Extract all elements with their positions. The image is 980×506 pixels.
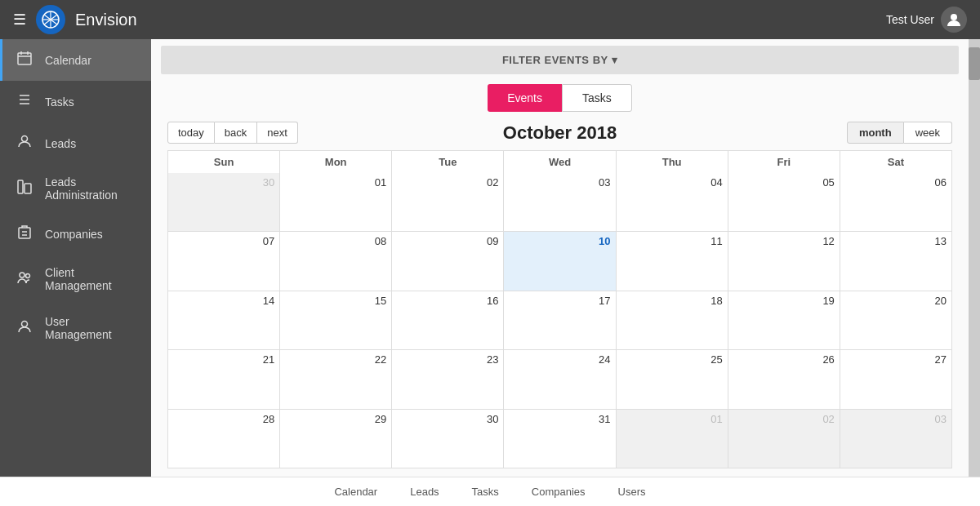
user-name: Test User bbox=[886, 13, 934, 26]
cal-day-number: 01 bbox=[285, 176, 386, 189]
footer-link-users[interactable]: Users bbox=[618, 486, 646, 498]
tasks-icon bbox=[16, 92, 33, 111]
cal-week: 07080910111213 bbox=[168, 232, 952, 291]
cal-day-number: 21 bbox=[173, 353, 274, 366]
cal-cell[interactable]: 31 bbox=[504, 410, 616, 468]
cal-cell[interactable]: 27 bbox=[840, 350, 952, 409]
cal-cell[interactable]: 29 bbox=[280, 410, 392, 468]
logo-icon bbox=[36, 5, 65, 34]
cal-cell[interactable]: 05 bbox=[728, 173, 840, 232]
cal-cell[interactable]: 10 bbox=[504, 232, 616, 291]
content-area: FILTER EVENTS BY ▾ Events Tasks today ba… bbox=[151, 39, 969, 477]
footer-link-calendar[interactable]: Calendar bbox=[334, 486, 377, 498]
cal-cell[interactable]: 13 bbox=[840, 232, 952, 291]
sidebar-item-calendar[interactable]: Calendar bbox=[0, 39, 151, 81]
view-month-button[interactable]: month bbox=[847, 122, 904, 144]
cal-cell[interactable]: 26 bbox=[728, 350, 840, 409]
calendar-header: SunMonTueWedThuFriSat bbox=[167, 150, 952, 173]
cal-cell[interactable]: 30 bbox=[168, 173, 280, 232]
right-scrollbar[interactable] bbox=[969, 39, 980, 477]
cal-cell[interactable]: 28 bbox=[168, 410, 280, 468]
cal-header-day: Thu bbox=[617, 151, 728, 173]
cal-day-number: 25 bbox=[621, 353, 723, 366]
cal-cell[interactable]: 08 bbox=[280, 232, 392, 291]
back-button[interactable]: back bbox=[215, 122, 257, 144]
cal-cell[interactable]: 18 bbox=[617, 291, 728, 350]
sidebar-item-client-mgmt[interactable]: Client Management bbox=[0, 255, 151, 304]
svg-rect-16 bbox=[19, 228, 30, 238]
cal-cell[interactable]: 17 bbox=[504, 291, 616, 350]
sidebar-label-user-mgmt: User Management bbox=[45, 315, 138, 341]
svg-point-13 bbox=[22, 136, 28, 142]
cal-cell[interactable]: 03 bbox=[840, 410, 952, 468]
cal-header-day: Fri bbox=[728, 151, 840, 173]
cal-day-number: 18 bbox=[621, 295, 723, 307]
cal-header-day: Sat bbox=[840, 151, 952, 173]
client-mgmt-icon bbox=[16, 270, 33, 289]
cal-day-number: 17 bbox=[509, 295, 610, 307]
cal-cell[interactable]: 16 bbox=[392, 291, 504, 350]
sidebar-item-companies[interactable]: Companies bbox=[0, 213, 151, 255]
footer: CalendarLeadsTasksCompaniesUsers bbox=[0, 477, 980, 506]
cal-cell[interactable]: 23 bbox=[392, 350, 504, 409]
cal-cell[interactable]: 15 bbox=[280, 291, 392, 350]
cal-cell[interactable]: 06 bbox=[840, 173, 952, 232]
footer-link-tasks[interactable]: Tasks bbox=[472, 486, 499, 498]
svg-rect-15 bbox=[24, 184, 31, 193]
cal-day-number: 30 bbox=[397, 413, 498, 425]
cal-cell[interactable]: 09 bbox=[392, 232, 504, 291]
cal-cell[interactable]: 21 bbox=[168, 350, 280, 409]
scroll-thumb[interactable] bbox=[969, 47, 980, 80]
nav-buttons: today back next bbox=[167, 122, 298, 144]
today-button[interactable]: today bbox=[167, 122, 215, 144]
cal-cell[interactable]: 11 bbox=[617, 232, 728, 291]
cal-cell[interactable]: 14 bbox=[168, 291, 280, 350]
leads-admin-icon bbox=[16, 180, 33, 198]
cal-cell[interactable]: 24 bbox=[504, 350, 616, 409]
sidebar-item-leads[interactable]: Leads bbox=[0, 122, 151, 164]
cal-day-number: 11 bbox=[621, 235, 723, 247]
next-button[interactable]: next bbox=[257, 122, 298, 144]
main-layout: Calendar Tasks Leads bbox=[0, 39, 980, 477]
cal-cell[interactable]: 19 bbox=[728, 291, 840, 350]
cal-cell[interactable]: 02 bbox=[728, 410, 840, 468]
cal-cell[interactable]: 22 bbox=[280, 350, 392, 409]
header-left: ☰ Envision bbox=[13, 5, 137, 34]
filter-events-button[interactable]: FILTER EVENTS BY ▾ bbox=[502, 54, 617, 66]
view-buttons: month week bbox=[847, 122, 952, 144]
cal-day-number: 22 bbox=[285, 353, 386, 366]
cal-cell[interactable]: 04 bbox=[617, 173, 728, 232]
cal-cell[interactable]: 25 bbox=[617, 350, 728, 409]
cal-cell[interactable]: 03 bbox=[504, 173, 616, 232]
cal-day-number: 04 bbox=[621, 176, 723, 189]
cal-header-day: Tue bbox=[392, 151, 504, 173]
sidebar-item-user-mgmt[interactable]: User Management bbox=[0, 304, 151, 353]
cal-cell[interactable]: 07 bbox=[168, 232, 280, 291]
sidebar-label-tasks: Tasks bbox=[45, 95, 74, 109]
sidebar-item-leads-admin[interactable]: Leads Administration bbox=[0, 164, 151, 213]
cal-day-number: 26 bbox=[733, 353, 835, 366]
footer-link-companies[interactable]: Companies bbox=[532, 486, 586, 498]
cal-header-day: Wed bbox=[504, 151, 616, 173]
tab-tasks[interactable]: Tasks bbox=[562, 84, 632, 112]
footer-link-leads[interactable]: Leads bbox=[410, 486, 439, 498]
cal-cell[interactable]: 02 bbox=[392, 173, 504, 232]
sidebar-label-client-mgmt: Client Management bbox=[45, 266, 138, 292]
cal-day-number: 03 bbox=[845, 413, 947, 425]
cal-cell[interactable]: 30 bbox=[392, 410, 504, 468]
cal-cell[interactable]: 20 bbox=[840, 291, 952, 350]
cal-day-number: 03 bbox=[509, 176, 610, 189]
cal-header-day: Mon bbox=[280, 151, 392, 173]
cal-cell[interactable]: 12 bbox=[728, 232, 840, 291]
sidebar-item-tasks[interactable]: Tasks bbox=[0, 81, 151, 122]
cal-cell[interactable]: 01 bbox=[280, 173, 392, 232]
tab-events[interactable]: Events bbox=[488, 84, 562, 112]
hamburger-icon[interactable]: ☰ bbox=[13, 11, 26, 29]
cal-cell[interactable]: 01 bbox=[617, 410, 728, 468]
view-week-button[interactable]: week bbox=[904, 122, 952, 144]
cal-day-number: 16 bbox=[397, 295, 498, 307]
cal-week: 14151617181920 bbox=[168, 291, 952, 350]
cal-day-number: 29 bbox=[285, 413, 386, 425]
cal-day-number: 14 bbox=[173, 295, 274, 307]
cal-day-number: 19 bbox=[733, 295, 835, 307]
